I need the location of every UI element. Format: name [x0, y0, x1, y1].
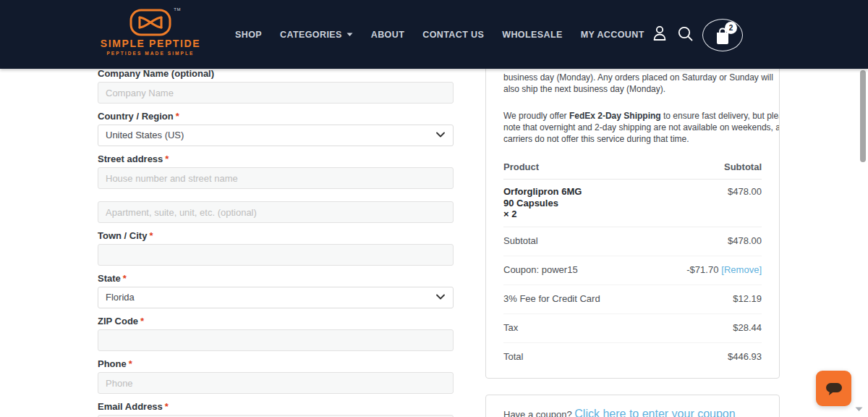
scrollbar-thumb[interactable]	[860, 70, 866, 162]
nav-item-about[interactable]: ABOUT	[371, 30, 404, 40]
nav-item-shop[interactable]: SHOP	[235, 30, 262, 40]
order-item-details: Orforglipron 6MG 90 Capsules × 2	[503, 186, 582, 220]
order-table-header: Product Subtotal	[503, 161, 762, 180]
main-nav: SHOP CATEGORIES ABOUT CONTACT US WHOLESA…	[235, 0, 644, 69]
total-row: Total $446.93	[503, 343, 762, 371]
order-item-name: Orforglipron 6MG	[503, 186, 582, 198]
phone-label: Phone*	[98, 359, 454, 369]
nav-item-categories[interactable]: CATEGORIES	[280, 30, 353, 40]
coupon-discount-amount: -$71.70	[686, 264, 718, 275]
email-label: Email Address*	[98, 402, 454, 412]
credit-card-fee-row: 3% Fee for Credit Card $12.19	[503, 285, 762, 314]
zip-code-label: ZIP Code*	[98, 316, 454, 327]
cart-button[interactable]: 2	[702, 19, 743, 51]
nav-item-contact-us[interactable]: CONTACT US	[422, 30, 484, 40]
billing-form: Company Name (optional) Country / Region…	[98, 61, 454, 417]
tax-row: Tax $28.44	[503, 314, 762, 343]
company-name-label: Company Name (optional)	[98, 69, 454, 79]
logo-tm-mark: TM	[174, 7, 181, 12]
apartment-input[interactable]	[98, 201, 454, 223]
country-select[interactable]: United States (US)	[98, 125, 454, 146]
street-address-label: Street address*	[98, 154, 454, 164]
chevron-down-icon[interactable]	[854, 406, 864, 413]
logo-title: SIMPLE PEPTIDE	[100, 38, 201, 49]
logo-tagline: PEPTIDES MADE SIMPLE	[100, 51, 201, 56]
coupon-row: Coupon: power15 -$71.70[Remove]	[503, 256, 762, 285]
country-label: Country / Region*	[98, 111, 454, 122]
user-icon[interactable]	[652, 25, 668, 42]
chevron-down-icon	[436, 132, 445, 138]
town-city-input[interactable]	[98, 244, 454, 266]
coupon-banner-text: Have a coupon?	[503, 409, 574, 417]
company-name-input[interactable]	[98, 82, 454, 104]
remove-coupon-link[interactable]: [Remove]	[721, 264, 762, 275]
chevron-down-icon	[346, 33, 353, 37]
subtotal-column-header: Subtotal	[724, 161, 762, 172]
street-address-input[interactable]	[98, 167, 454, 189]
nav-item-my-account[interactable]: MY ACCOUNT	[581, 30, 644, 40]
chat-widget-button[interactable]	[816, 371, 851, 406]
phone-input[interactable]	[98, 372, 454, 394]
search-icon[interactable]	[677, 25, 694, 42]
order-item-price: $478.00	[728, 186, 762, 220]
order-summary-box: business day (Monday). Any orders placed…	[485, 54, 780, 379]
shipping-note-2: We proudly offer FedEx 2-Day Shipping to…	[503, 110, 762, 145]
navbar: TM SIMPLE PEPTIDE PEPTIDES MADE SIMPLE S…	[0, 0, 868, 69]
nav-item-wholesale[interactable]: WHOLESALE	[502, 30, 562, 40]
coupon-banner: Have a coupon? Click here to enter your …	[485, 395, 780, 417]
cart-count-badge: 2	[725, 22, 737, 34]
zip-code-input[interactable]	[98, 329, 454, 351]
product-column-header: Product	[503, 161, 539, 172]
shipping-note-1: business day (Monday). Any orders placed…	[503, 72, 762, 95]
order-item-quantity: × 2	[503, 208, 582, 220]
state-select[interactable]: Florida	[98, 287, 454, 308]
order-item-variant: 90 Capsules	[503, 198, 582, 209]
chevron-down-icon	[436, 294, 445, 300]
infinity-logo-icon	[129, 9, 171, 36]
order-item-row: Orforglipron 6MG 90 Capsules × 2 $478.00	[503, 180, 762, 227]
site-logo[interactable]: TM SIMPLE PEPTIDE PEPTIDES MADE SIMPLE	[100, 6, 201, 64]
subtotal-row: Subtotal $478.00	[503, 227, 762, 256]
state-label: State*	[98, 274, 454, 284]
town-city-label: Town / City*	[98, 231, 454, 241]
chat-bubble-icon	[825, 381, 843, 397]
